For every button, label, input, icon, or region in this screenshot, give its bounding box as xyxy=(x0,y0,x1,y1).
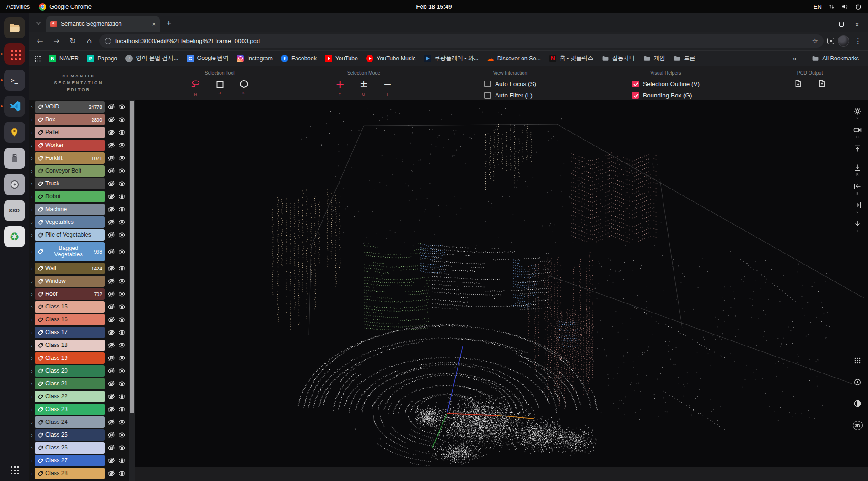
eye-icon[interactable] xyxy=(118,154,126,162)
class-expand-arrow[interactable]: › xyxy=(29,114,35,125)
show-applications-button[interactable] xyxy=(10,465,19,475)
eye-icon[interactable] xyxy=(118,405,126,413)
eye-icon[interactable] xyxy=(118,265,126,272)
bookmark-item-7[interactable]: YouTube xyxy=(321,53,361,65)
eye-icon[interactable] xyxy=(118,444,126,452)
bookmark-item-14[interactable]: 드론 xyxy=(670,53,699,65)
class-chip[interactable]: Bagged Vegetables998 xyxy=(35,242,105,261)
window-maximize-button[interactable] xyxy=(838,21,845,28)
eye-off-icon[interactable] xyxy=(108,193,115,200)
eye-icon[interactable] xyxy=(118,341,126,349)
dock-item-terminal[interactable]: >_ xyxy=(4,70,25,91)
class-chip[interactable]: Class 27 xyxy=(35,455,105,466)
class-expand-arrow[interactable]: › xyxy=(29,276,35,287)
class-chip[interactable]: Class 20 xyxy=(35,365,105,377)
rectangle-tool-button[interactable]: J xyxy=(215,79,225,95)
class-chip[interactable]: Class 22 xyxy=(35,391,105,402)
bookmark-star-icon[interactable]: ☆ xyxy=(812,37,818,45)
profile-avatar[interactable] xyxy=(838,35,849,47)
class-chip[interactable]: Pile of Vegetables xyxy=(35,229,105,241)
window-minimize-button[interactable]: – xyxy=(822,21,830,28)
eye-off-icon[interactable] xyxy=(108,116,115,124)
camera-bottom-button[interactable]: T xyxy=(853,219,862,237)
circle-tool-button[interactable]: K xyxy=(239,79,249,95)
class-expand-arrow[interactable]: › xyxy=(29,391,35,402)
class-expand-arrow[interactable]: › xyxy=(29,378,35,389)
class-expand-arrow[interactable]: › xyxy=(29,127,35,138)
class-chip[interactable]: Class 19 xyxy=(35,352,105,364)
point-size-button[interactable] xyxy=(853,356,862,373)
eye-icon[interactable] xyxy=(118,103,126,111)
eye-icon[interactable] xyxy=(118,303,126,311)
eye-off-icon[interactable] xyxy=(108,205,115,213)
class-chip[interactable]: Class 16 xyxy=(35,314,105,325)
class-expand-arrow[interactable]: › xyxy=(29,229,35,241)
class-chip[interactable]: Class 18 xyxy=(35,340,105,351)
eye-off-icon[interactable] xyxy=(108,154,115,162)
new-tab-button[interactable]: + xyxy=(162,17,175,30)
camera-left-button[interactable]: B xyxy=(853,182,862,199)
lasso-tool-button[interactable]: H xyxy=(191,79,201,97)
eye-icon[interactable] xyxy=(118,116,126,124)
dock-item-vscode[interactable] xyxy=(4,96,25,117)
clock[interactable]: Feb 18 15:49 xyxy=(416,3,452,10)
eye-icon[interactable] xyxy=(118,431,126,439)
eye-icon[interactable] xyxy=(118,380,126,388)
eye-icon[interactable] xyxy=(118,167,126,175)
view-interaction-checkbox-2[interactable]: Auto Filter (L) xyxy=(484,91,533,100)
eye-icon[interactable] xyxy=(118,205,126,213)
eye-icon[interactable] xyxy=(118,290,126,298)
eye-off-icon[interactable] xyxy=(108,431,115,439)
class-expand-arrow[interactable]: › xyxy=(29,242,35,261)
eye-icon[interactable] xyxy=(118,180,126,188)
class-chip[interactable]: Machine xyxy=(35,204,105,215)
keyboard-layout-indicator[interactable]: EN xyxy=(814,3,822,10)
class-chip[interactable]: Conveyor Belt xyxy=(35,165,105,177)
class-expand-arrow[interactable]: › xyxy=(29,301,35,313)
toggle-mode-button[interactable]: ±U xyxy=(359,79,369,97)
focus-center-button[interactable] xyxy=(853,378,862,395)
class-expand-arrow[interactable]: › xyxy=(29,442,35,454)
eye-off-icon[interactable] xyxy=(108,405,115,413)
class-expand-arrow[interactable]: › xyxy=(29,455,35,466)
eye-off-icon[interactable] xyxy=(108,277,115,285)
site-info-icon[interactable]: i xyxy=(105,38,111,44)
bookmark-item-6[interactable]: fFacebook xyxy=(277,53,320,65)
perspective-3d-button[interactable]: 3D xyxy=(853,421,863,438)
class-expand-arrow[interactable]: › xyxy=(29,327,35,338)
screenshot-camera-button[interactable]: C xyxy=(853,125,862,143)
view-interaction-checkbox-1[interactable]: Auto Focus (S) xyxy=(484,79,536,88)
dock-item-office-red[interactable] xyxy=(4,43,25,65)
window-close-button[interactable]: × xyxy=(853,21,861,28)
class-chip[interactable]: Class 15 xyxy=(35,301,105,313)
camera-down-button[interactable]: R xyxy=(853,163,862,180)
power-icon[interactable] xyxy=(855,3,862,10)
class-chip[interactable]: Class 28 xyxy=(35,468,105,479)
camera-right-button[interactable]: V xyxy=(853,200,862,218)
eye-off-icon[interactable] xyxy=(108,444,115,452)
back-button[interactable]: ← xyxy=(33,35,46,48)
add-mode-button[interactable]: +Y xyxy=(335,79,345,97)
browser-menu-icon[interactable]: ⋮ xyxy=(853,37,863,45)
bookmark-item-2[interactable]: PPapago xyxy=(83,53,121,65)
eye-off-icon[interactable] xyxy=(108,354,115,362)
class-expand-arrow[interactable]: › xyxy=(29,204,35,215)
home-button[interactable]: ⌂ xyxy=(83,35,96,48)
dock-item-ssd[interactable]: SSD xyxy=(4,200,25,221)
class-chip[interactable]: Forklift1021 xyxy=(35,152,105,164)
class-expand-arrow[interactable]: › xyxy=(29,191,35,202)
bookmark-item-4[interactable]: GGoogle 번역 xyxy=(183,53,232,65)
eye-off-icon[interactable] xyxy=(108,329,115,336)
class-expand-arrow[interactable]: › xyxy=(29,429,35,441)
bookmark-item-11[interactable]: N홈 - 넷플릭스 xyxy=(545,53,597,65)
eye-icon[interactable] xyxy=(118,218,126,226)
class-chip[interactable]: Class 25 xyxy=(35,429,105,441)
reload-button[interactable]: ↻ xyxy=(66,35,79,48)
eye-off-icon[interactable] xyxy=(108,103,115,111)
bookmark-item-1[interactable]: NNAVER xyxy=(45,53,82,65)
point-cloud-canvas[interactable] xyxy=(135,100,868,467)
activities-button[interactable]: Activities xyxy=(6,3,30,10)
eye-off-icon[interactable] xyxy=(108,457,115,465)
camera-up-button[interactable]: F xyxy=(853,144,862,162)
tab-close-icon[interactable]: × xyxy=(152,21,156,27)
